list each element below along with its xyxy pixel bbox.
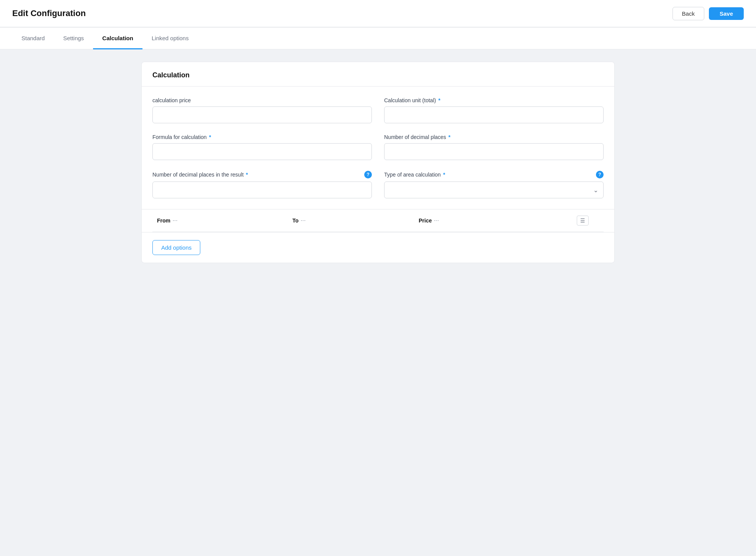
- main-content: Calculation calculation price Calculatio…: [129, 49, 627, 275]
- page-header: Edit Configuration Back Save: [0, 0, 756, 28]
- type-area-select-wrapper: ⌄: [384, 182, 604, 198]
- form-group-decimal-places: Number of decimal places *: [384, 134, 604, 160]
- tabs-nav: Standard Settings Calculation Linked opt…: [12, 28, 744, 49]
- calc-unit-label: Calculation unit (total) *: [384, 97, 604, 103]
- options-table: From ··· To ··· Price: [152, 209, 604, 232]
- form-group-formula: Formula for calculation *: [152, 134, 372, 160]
- table-section: From ··· To ··· Price: [142, 209, 614, 232]
- form-group-calc-price: calculation price: [152, 97, 372, 123]
- form-row-1: calculation price Calculation unit (tota…: [152, 97, 604, 123]
- calc-price-input[interactable]: [152, 106, 372, 123]
- form-group-type-area: Type of area calculation * ? ⌄: [384, 171, 604, 198]
- type-area-select[interactable]: [384, 182, 604, 198]
- formula-label: Formula for calculation *: [152, 134, 372, 140]
- type-area-required: *: [443, 172, 445, 178]
- header-actions: Back Save: [673, 7, 744, 20]
- add-options-button[interactable]: Add options: [152, 240, 200, 255]
- col-header-from: From ···: [152, 209, 288, 232]
- decimal-places-label: Number of decimal places *: [384, 134, 604, 140]
- form-row-2: Formula for calculation * Number of deci…: [152, 134, 604, 160]
- decimal-places-input[interactable]: [384, 143, 604, 160]
- card-footer: Add options: [142, 232, 614, 263]
- tab-settings[interactable]: Settings: [54, 28, 93, 49]
- col-header-actions: ☰: [572, 209, 604, 232]
- decimal-places-required: *: [448, 134, 450, 140]
- card-header: Calculation: [142, 62, 614, 87]
- table-menu-button[interactable]: ☰: [577, 216, 589, 226]
- col-header-price: Price ···: [414, 209, 572, 232]
- table-header-row: From ··· To ··· Price: [152, 209, 604, 232]
- calculation-card: Calculation calculation price Calculatio…: [141, 62, 615, 263]
- type-area-help-icon[interactable]: ?: [596, 171, 604, 178]
- type-area-label: Type of area calculation *: [384, 172, 445, 178]
- decimal-result-help-icon[interactable]: ?: [364, 171, 372, 178]
- form-row-3: Number of decimal places in the result *…: [152, 171, 604, 198]
- back-button[interactable]: Back: [673, 7, 704, 20]
- tab-linked-options[interactable]: Linked options: [142, 28, 198, 49]
- calc-unit-input[interactable]: [384, 106, 604, 123]
- decimal-result-label: Number of decimal places in the result *: [152, 172, 248, 178]
- form-group-calc-unit: Calculation unit (total) *: [384, 97, 604, 123]
- formula-required: *: [209, 134, 211, 140]
- formula-input[interactable]: [152, 143, 372, 160]
- calc-unit-required: *: [438, 97, 440, 103]
- card-title: Calculation: [152, 71, 604, 79]
- save-button[interactable]: Save: [709, 7, 744, 20]
- calc-price-label: calculation price: [152, 97, 372, 103]
- form-section: calculation price Calculation unit (tota…: [142, 87, 614, 209]
- page-title: Edit Configuration: [12, 8, 86, 18]
- col-header-to: To ···: [288, 209, 414, 232]
- form-group-decimal-result: Number of decimal places in the result *…: [152, 171, 372, 198]
- tab-calculation[interactable]: Calculation: [93, 28, 142, 49]
- decimal-result-label-row: Number of decimal places in the result *…: [152, 171, 372, 178]
- decimal-result-input[interactable]: [152, 182, 372, 198]
- type-area-label-row: Type of area calculation * ?: [384, 171, 604, 178]
- tab-standard[interactable]: Standard: [12, 28, 54, 49]
- decimal-result-required: *: [246, 172, 248, 178]
- tabs-container: Standard Settings Calculation Linked opt…: [0, 28, 756, 49]
